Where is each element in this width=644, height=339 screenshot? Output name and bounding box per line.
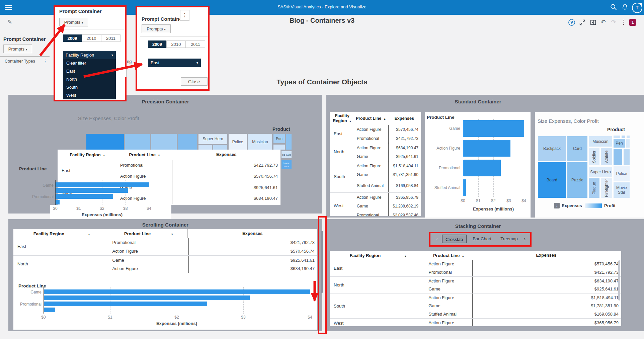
treemap-tile[interactable] [151, 134, 177, 150]
avatar[interactable]: T [632, 3, 642, 13]
column-header-expenses[interactable]: Expenses [471, 251, 621, 260]
close-button[interactable]: Close [181, 77, 208, 86]
table-row[interactable]: Action Figure $570,456.74 [58, 171, 280, 182]
vertical-scrollbar[interactable] [321, 231, 323, 293]
column-header-facility-region[interactable]: Facility Region▲ [330, 253, 427, 258]
treemap-tile-musician[interactable]: Musician [248, 134, 272, 150]
treemap-tile-backpack[interactable]: Backpack [538, 136, 566, 161]
year-tab-2009[interactable]: 2009 [148, 40, 166, 48]
treemap-tile[interactable] [622, 136, 625, 138]
bar-action-figure[interactable] [44, 295, 250, 300]
undo-icon[interactable]: ↶ [599, 18, 608, 26]
object-menu-kebab-icon[interactable]: ⋮ [180, 10, 189, 21]
table-row[interactable]: Game$925,641.61 [330, 285, 621, 293]
notifications-bell-icon[interactable] [621, 3, 629, 11]
year-tab-2010[interactable]: 2010 [82, 34, 101, 42]
treemap-tile[interactable] [627, 136, 630, 138]
treemap-tile-athlete[interactable]: Athlete [601, 148, 612, 165]
bar-promotional[interactable] [463, 160, 501, 176]
prompts-dropdown-button[interactable]: Prompts ▾ [59, 18, 88, 26]
edit-pencil-icon[interactable]: ✎ [7, 18, 12, 25]
treemap-tile-pen[interactable]: Pen [273, 134, 285, 143]
column-header-facility-region[interactable]: Facility Region▲ [13, 231, 110, 236]
treemap-tile[interactable] [626, 139, 630, 148]
maximize-icon[interactable] [579, 19, 586, 27]
column-header-product-line[interactable]: Product Line▼ [110, 231, 187, 236]
alert-count-badge[interactable]: 1 [629, 19, 636, 26]
treemap-tile-fragment[interactable]: hone over [281, 160, 292, 169]
bar-promotional[interactable] [56, 194, 113, 199]
year-tab-2009[interactable]: 2009 [63, 34, 82, 42]
column-header-facility-region[interactable]: Facility Region▲ [58, 152, 117, 157]
table-row[interactable]: Promotional $421,792.73 [58, 160, 280, 171]
treemap-tile-police[interactable]: Police [229, 134, 247, 150]
table-row[interactable]: Action Figure$634,190.47 [13, 264, 317, 273]
treemap-tile[interactable] [125, 134, 150, 150]
treemap-tile[interactable] [273, 145, 285, 150]
table-row[interactable]: Promotional$421,792.73 [330, 134, 421, 143]
table-row[interactable]: Action Figure$1,518,494.11 [330, 161, 421, 171]
treemap-tile-firefighter[interactable]: Firefighter [601, 178, 612, 198]
year-tab-2010[interactable]: 2010 [166, 40, 186, 48]
table-row[interactable]: Stuffed Animal$169,058.84 [330, 179, 421, 193]
treemap-tile-super-hero[interactable]: Super Hero [198, 134, 227, 144]
toggle-panel-icon[interactable] [589, 19, 597, 27]
treemap-tile-pen[interactable]: Pen [614, 139, 625, 148]
vertical-scrollbar[interactable] [618, 260, 620, 301]
facility-region-dropdown[interactable]: Facility Region▾ [63, 51, 116, 59]
table-row[interactable]: Game$925,641.61 [13, 255, 317, 265]
column-header-product-line[interactable]: Product Line▼ [117, 152, 172, 157]
treemap-tile-police[interactable]: Police [614, 166, 630, 181]
treemap-tile-musician[interactable]: Musician [589, 136, 612, 147]
more-options-kebab-icon[interactable]: ⋮ [619, 18, 628, 26]
page-tab-kebab-icon[interactable]: ⋮ [43, 59, 48, 64]
treemap-tile-puzzle[interactable]: Puzzle [567, 162, 587, 198]
treemap-tile[interactable] [614, 136, 620, 138]
table-row[interactable]: Game$1,781,351.90 [330, 302, 621, 310]
prompts-dropdown-button[interactable]: Prompts ▾ [3, 45, 32, 53]
treemap-tile[interactable] [86, 134, 124, 150]
column-header-product-line[interactable]: Product Line▲ [427, 253, 471, 258]
treemap-tile-board[interactable]: Board [538, 162, 566, 198]
treemap-tile-plaque[interactable]: Plaque [589, 178, 599, 198]
table-row[interactable]: Promotional$421,792.73 [13, 238, 317, 247]
treemap-tile[interactable] [614, 149, 622, 165]
dropdown-item-south[interactable]: South [63, 83, 116, 91]
page-tab-container-types[interactable]: Container Types [5, 59, 35, 64]
bar-game[interactable] [56, 182, 149, 187]
bar-stuffed-animal[interactable] [463, 179, 466, 196]
treemap-tile[interactable] [178, 134, 197, 150]
bar-action-figure[interactable] [56, 188, 128, 193]
bar-game[interactable] [463, 120, 524, 137]
treemap-tile[interactable] [213, 145, 227, 150]
search-icon[interactable] [610, 3, 618, 11]
bar-stuffed-animal[interactable] [44, 308, 55, 312]
bar-action-figure[interactable] [463, 140, 510, 157]
table-row[interactable]: Action Figure$365,956.79 [330, 192, 421, 202]
table-row[interactable]: Action Figure$1,518,494.11 [330, 293, 621, 302]
treemap-tile-soldier[interactable]: Soldier [589, 148, 599, 165]
location-pin-icon[interactable] [568, 19, 575, 27]
column-header-expenses[interactable]: Expenses [387, 112, 421, 125]
bar-stuffed-animal[interactable] [56, 200, 60, 204]
treemap-tile-super-hero[interactable]: Super Hero [589, 167, 612, 177]
dropdown-item-west[interactable]: West [63, 91, 116, 99]
column-header-product-line[interactable]: Product Line▲ [355, 116, 387, 121]
table-row[interactable]: Action Figure$365,956.79 [330, 318, 621, 326]
treemap-tile[interactable] [198, 145, 212, 150]
dropdown-item-north[interactable]: North [63, 75, 116, 83]
treemap-tile[interactable] [624, 149, 630, 165]
table-row[interactable]: Action Figure$570,456.74 [330, 125, 421, 134]
dropdown-item-clear-filter[interactable]: Clear filter [63, 59, 116, 67]
treemap-tile-fragment[interactable]: ee Cup [281, 151, 292, 158]
region-dropdown-east[interactable]: East▾ [148, 59, 201, 67]
column-header-facility-region[interactable]: Facility Region▲ [330, 113, 355, 124]
table-row[interactable]: Action Figure$634,190.47 [330, 276, 621, 285]
dropdown-item-east[interactable]: East [63, 67, 116, 75]
bar-game[interactable] [44, 289, 310, 294]
year-tab-2011[interactable]: 2011 [186, 40, 205, 48]
table-row[interactable]: Action Figure$570,456.74 [13, 247, 317, 256]
table-row[interactable]: Action Figure$570,456.74 [330, 260, 621, 268]
treemap-tile[interactable] [286, 134, 292, 150]
year-tab-2011[interactable]: 2011 [101, 34, 120, 42]
